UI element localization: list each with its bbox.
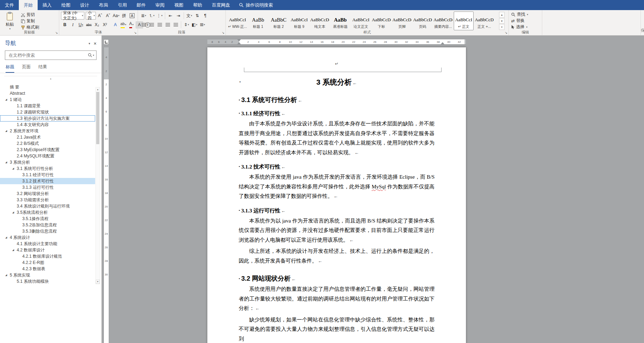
ribbon-tab[interactable]: 开始: [19, 0, 38, 10]
nav-item[interactable]: 3.2 网站现状分析: [0, 190, 95, 197]
styles-scroll-down-button[interactable]: ▼: [499, 18, 505, 24]
borders-button[interactable]: ⊞▾: [199, 21, 206, 29]
nav-item[interactable]: 3.5.1操作流程: [0, 216, 95, 222]
nav-item[interactable]: ◢4 系统设计: [0, 234, 95, 241]
nav-item[interactable]: 3.1.1 经济可行性: [0, 172, 95, 178]
expand-triangle-icon[interactable]: ◢: [5, 272, 7, 278]
style-item[interactable]: AaBbCcDdI摘要内容...: [433, 11, 453, 30]
paste-button[interactable]: 粘贴 ▾: [2, 11, 18, 31]
navigation-options-icon[interactable]: ▾: [85, 42, 94, 45]
nav-item[interactable]: ◢1 绪论: [0, 96, 95, 103]
nav-jump-to-top[interactable]: ▲: [4, 76, 97, 79]
italic-button[interactable]: I: [69, 21, 77, 29]
font-name-combobox[interactable]: 宋体 (中文正文) ▾: [61, 12, 84, 20]
nav-item[interactable]: Abstract: [0, 90, 95, 96]
nav-tab-pages[interactable]: 页面: [22, 64, 31, 73]
nav-item[interactable]: 1.4 本文研究内容: [0, 122, 95, 128]
nav-item[interactable]: ◢5 系统实现: [0, 272, 95, 278]
style-item[interactable]: AaBbCcI标题 9: [289, 11, 309, 30]
align-left-button[interactable]: [140, 21, 147, 29]
tell-me-search[interactable]: 操作说明搜索: [235, 0, 277, 10]
document-page[interactable]: ↵ ▪3 系统分析←▪3.1 系统可行性分析←▪3.1.1 经济可行性←由于本系…: [207, 47, 466, 343]
nav-item[interactable]: 4.2.3 数据表: [0, 266, 95, 272]
nav-item[interactable]: 3.5.2添加信息流程: [0, 222, 95, 228]
text-effects-button[interactable]: A: [112, 21, 119, 29]
style-item[interactable]: AaBbCcDdI下标: [371, 11, 391, 30]
style-item[interactable]: AaBbCcDc纯文本: [310, 11, 330, 30]
align-center-button[interactable]: [148, 21, 155, 29]
nav-item[interactable]: 3.1.2 技术可行性: [0, 178, 95, 184]
replace-button[interactable]: ⇄ 替换: [511, 18, 540, 24]
subscript-button[interactable]: X₂: [93, 21, 101, 29]
strikethrough-button[interactable]: abc: [85, 21, 93, 29]
nav-item[interactable]: 2.1 Java技术: [0, 134, 95, 140]
asian-layout-button[interactable]: 文▾: [185, 12, 193, 20]
expand-triangle-icon[interactable]: ◢: [5, 159, 7, 165]
nav-item[interactable]: 1.1 课题背景: [0, 103, 95, 109]
expand-triangle-icon[interactable]: ◢: [12, 209, 14, 216]
styles-scroll-up-button[interactable]: ▲: [499, 12, 505, 18]
format-painter-button[interactable]: 格式刷: [20, 24, 40, 30]
highlight-button[interactable]: ab▾: [120, 21, 127, 29]
nav-item[interactable]: ◢3.5系统流程分析: [0, 209, 95, 216]
nav-item[interactable]: 2.4 MySQL环境配置: [0, 153, 95, 159]
sort-button[interactable]: ⇅: [193, 12, 201, 20]
font-dialog-launcher[interactable]: ↘: [134, 31, 137, 34]
nav-item[interactable]: ◢3.1 系统可行性分析: [0, 165, 95, 172]
nav-item[interactable]: 5.1 系统功能模块: [0, 278, 95, 284]
nav-tab-headings[interactable]: 标题: [6, 64, 14, 73]
paragraph-dialog-launcher[interactable]: ↘: [222, 31, 224, 34]
align-right-button[interactable]: [156, 21, 163, 29]
distribute-button[interactable]: [172, 21, 179, 29]
ribbon-tab[interactable]: 帮助: [188, 0, 207, 10]
tab-stop-selector[interactable]: [104, 39, 109, 45]
expand-triangle-icon[interactable]: ◢: [12, 165, 14, 172]
font-size-combobox[interactable]: 小四 ▾: [86, 12, 96, 20]
numbering-button[interactable]: ⒈▾: [148, 12, 155, 20]
increase-indent-button[interactable]: ⇥: [175, 12, 182, 20]
nav-item[interactable]: 3.5.3删除信息流程: [0, 228, 95, 234]
ribbon-tab[interactable]: 视图: [169, 0, 188, 10]
nav-scroll-down-icon[interactable]: ▼: [96, 280, 100, 284]
nav-search-input[interactable]: [8, 53, 88, 58]
nav-scrollbar[interactable]: ▲ ▼: [95, 87, 100, 284]
nav-scroll-up-icon[interactable]: ▲: [96, 87, 100, 92]
first-line-indent-marker[interactable]: [237, 39, 241, 41]
ribbon-tab[interactable]: 审阅: [151, 0, 169, 10]
nav-search-icon[interactable]: [88, 53, 92, 57]
ribbon-tab[interactable]: 布局: [94, 0, 113, 10]
justify-button[interactable]: [164, 21, 171, 29]
show-formatting-marks-button[interactable]: ¶: [201, 12, 209, 20]
bold-button[interactable]: B: [61, 21, 69, 29]
style-item[interactable]: AaBbCcI↵ 正文: [454, 11, 474, 30]
style-item[interactable]: AaBb标题 1: [248, 11, 268, 30]
expand-triangle-icon[interactable]: ◢: [5, 96, 7, 103]
line-spacing-button[interactable]: ⇕▾: [183, 21, 190, 29]
horizontal-ruler[interactable]: 8642246810121416182022242628303234363840…: [207, 39, 466, 45]
expand-triangle-icon[interactable]: ◢: [12, 247, 14, 253]
multilevel-list-button[interactable]: ⋮▾: [156, 12, 163, 20]
style-item[interactable]: AaBbC标题 2: [269, 11, 289, 30]
nav-item[interactable]: 2.3 MyEclipse环境配置: [0, 147, 95, 153]
ribbon-tab[interactable]: 百度网盘: [207, 0, 235, 10]
ribbon-tab[interactable]: 文件: [0, 0, 19, 10]
bullets-button[interactable]: ≣▾: [140, 12, 147, 20]
nav-item[interactable]: 1.3 初步设计方法与实施方案: [0, 115, 95, 122]
document-content[interactable]: ▪3 系统分析←▪3.1 系统可行性分析←▪3.1.1 经济可行性←由于本系统是…: [239, 75, 435, 343]
ribbon-tab[interactable]: 邮件: [132, 0, 151, 10]
clipboard-dialog-launcher[interactable]: ↘: [55, 31, 58, 34]
nav-item[interactable]: 2.2 B/S模式: [0, 140, 95, 147]
ribbon-tab[interactable]: 设计: [75, 0, 94, 10]
right-indent-marker[interactable]: [441, 42, 444, 44]
find-button[interactable]: 查找 ▾: [511, 11, 540, 17]
style-item[interactable]: AaBb基准标题: [330, 11, 350, 30]
superscript-button[interactable]: X²: [101, 21, 109, 29]
style-item[interactable]: AaBbCcI论文正文: [351, 11, 371, 30]
underline-button[interactable]: U▾: [77, 21, 85, 29]
styles-gallery-more-button[interactable]: ▾: [499, 24, 505, 30]
hanging-indent-marker[interactable]: [237, 42, 241, 44]
nav-scrollbar-thumb[interactable]: [96, 92, 99, 144]
navigation-close-icon[interactable]: ×: [94, 41, 97, 46]
ribbon-tab[interactable]: 引用: [113, 0, 132, 10]
nav-search-dropdown-icon[interactable]: ▾: [93, 54, 94, 57]
